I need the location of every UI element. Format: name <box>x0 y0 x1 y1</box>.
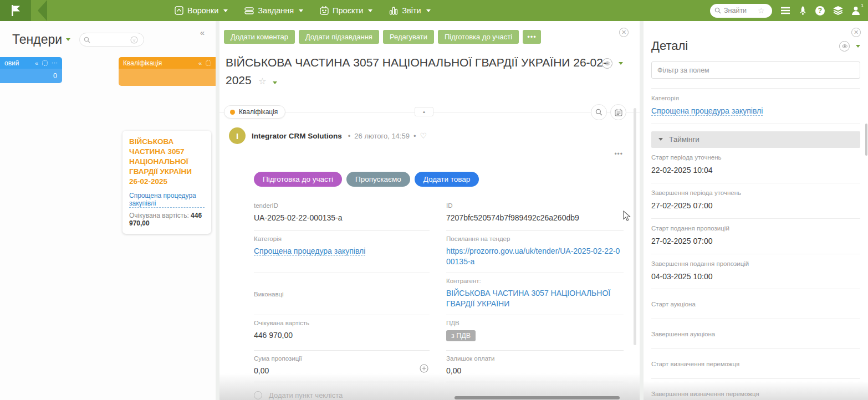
rocket-icon <box>799 6 807 16</box>
field-tenderid: tenderID UA-2025-02-22-000135-a <box>254 198 430 231</box>
top-navigation-bar: Воронки Завдання Проєкти <box>0 0 868 21</box>
close-deal-icon[interactable]: ✕ <box>619 28 629 37</box>
card-category-link[interactable]: Спрощена процедура закупівлі <box>129 192 205 208</box>
field-executors: Виконавці <box>254 273 430 315</box>
filter-icon[interactable] <box>130 36 138 44</box>
chevron-down-icon <box>299 9 303 12</box>
post-meta: • 26 лютого, 14:59 • ♡ <box>348 131 427 140</box>
skip-pill[interactable]: Пропускаємо <box>346 172 410 187</box>
board-header: Тендери <box>0 21 216 47</box>
column-header[interactable]: Кваліфікація « <box>119 57 216 69</box>
meta-separator: • <box>413 132 416 140</box>
field-label: Залишок оплати <box>446 355 624 362</box>
global-search-input[interactable] <box>724 7 754 14</box>
details-field: Завершення подання пропозицій 04-03-2025… <box>651 254 860 290</box>
layers-icon <box>833 6 843 15</box>
nav-label: Воронки <box>187 6 218 15</box>
profile-badge: 1 <box>861 3 864 8</box>
nav-item-reports[interactable]: Звіти <box>389 6 430 15</box>
nav-item-projects[interactable]: Проєкти <box>320 6 372 15</box>
select-cards-icon[interactable] <box>206 60 211 66</box>
favorite-star-icon[interactable]: ☆ <box>258 76 266 86</box>
prepare-participation-pill[interactable]: Підготовка до участі <box>254 172 342 187</box>
search-feed-button[interactable] <box>591 104 607 120</box>
favorites-star-icon[interactable]: ☆ <box>758 6 765 15</box>
profile-button[interactable]: 1 <box>851 6 860 15</box>
search-icon <box>714 7 721 14</box>
select-cards-icon[interactable] <box>42 60 48 66</box>
tender-url-link[interactable]: https://prozorro.gov.ua/uk/tender/UA-202… <box>446 246 624 267</box>
funnels-icon <box>175 6 183 15</box>
watchers-control[interactable] <box>602 58 623 69</box>
add-subtask-button[interactable]: Додати підзавдання <box>299 30 379 44</box>
prepare-participation-button[interactable]: Підготовка до участі <box>438 30 519 44</box>
field-label: Завершення визначення переможця <box>651 391 860 397</box>
deal-title-wrap: ВІЙСЬКОВА ЧАСТИНА 3057 НАЦІОНАЛЬНОЇ ГВАР… <box>226 54 614 89</box>
details-field: Завершення періода уточнень 27-02-2025 0… <box>651 183 860 219</box>
add-value-plus-icon[interactable] <box>420 364 428 375</box>
counterparty-link[interactable]: ВІЙСЬКОВА ЧАСТИНА 3057 НАЦІОНАЛЬНОЇ ГВАР… <box>446 288 624 309</box>
add-product-pill[interactable]: Додати товар <box>415 172 479 187</box>
hamburger-icon <box>780 7 790 14</box>
field-label: Старт аукціона <box>651 301 860 307</box>
column-header[interactable]: овий « ⋯ <box>0 57 62 69</box>
post-timestamp: 26 лютого, 14:59 <box>354 132 410 140</box>
board-title[interactable]: Тендери <box>12 32 62 47</box>
author-name: Integrator CRM Solutions <box>252 132 342 140</box>
menu-button[interactable] <box>780 7 790 14</box>
collapse-column-icon[interactable]: « <box>35 60 38 66</box>
field-label: Сума пропозиції <box>254 355 430 362</box>
post-more-icon[interactable]: ••• <box>614 150 623 158</box>
column-label: овий <box>4 59 19 67</box>
timings-section-header[interactable]: Таймінги <box>651 131 860 148</box>
status-badge[interactable]: Кваліфікація <box>224 105 285 119</box>
nav-item-tasks[interactable]: Завдання <box>244 6 303 15</box>
nav-label: Проєкти <box>333 6 363 15</box>
field-value: 22-02-2025 10:04 <box>651 165 860 176</box>
deal-panel: ✕ Додати коментар Додати підзавдання Ред… <box>219 21 640 400</box>
title-caret-icon[interactable] <box>273 81 277 84</box>
help-button[interactable]: ? <box>815 6 825 16</box>
board-search-input[interactable] <box>93 36 127 44</box>
watchers-eye-icon <box>602 58 612 69</box>
column-more-icon[interactable]: ⋯ <box>52 59 58 66</box>
board-search[interactable] <box>79 33 144 47</box>
search-icon <box>84 37 90 43</box>
calendar-icon <box>615 109 622 116</box>
nav-item-funnels[interactable]: Воронки <box>175 6 228 15</box>
field-filter-input[interactable] <box>651 61 860 79</box>
apps-button[interactable] <box>833 6 843 15</box>
whats-new-button[interactable] <box>799 6 807 16</box>
vertical-scrollbar[interactable] <box>634 108 636 345</box>
collapse-column-icon[interactable]: « <box>198 60 202 66</box>
category-link[interactable]: Спрощена процедура закупівлі <box>651 106 763 116</box>
board-panel: « Тендери овий « <box>0 21 216 400</box>
horizontal-scrollbar[interactable] <box>455 396 620 399</box>
calendar-button[interactable] <box>610 104 626 120</box>
edit-button[interactable]: Редагувати <box>383 30 434 44</box>
tender-card[interactable]: ВІЙСЬКОВА ЧАСТИНА 3057 НАЦІОНАЛЬНОЇ ГВАР… <box>122 131 211 234</box>
collapse-board-icon[interactable]: « <box>200 28 205 37</box>
search-icon <box>595 109 603 116</box>
column-header-icons: « ⋯ <box>35 59 58 66</box>
post-author-row: I Integrator CRM Solutions • 26 лютого, … <box>229 127 640 144</box>
collapse-feed-tab[interactable]: ▲ <box>415 107 433 116</box>
app-logo[interactable] <box>0 0 31 21</box>
chevron-down-icon <box>368 9 372 12</box>
details-field: Завершення аукціона <box>651 319 860 349</box>
details-panel: ✕ Деталі Категорія Спрощена процедура за… <box>644 21 868 400</box>
close-details-icon[interactable]: ✕ <box>851 28 861 37</box>
crm-app: Воронки Завдання Проєкти <box>0 0 868 400</box>
board-title-caret-icon[interactable] <box>66 38 70 41</box>
global-search[interactable]: ☆ <box>710 4 772 18</box>
more-actions-button[interactable]: ••• <box>523 30 541 44</box>
reports-icon <box>389 7 398 15</box>
category-link[interactable]: Спрощена процедура закупівлі <box>254 247 365 256</box>
details-visibility-control[interactable] <box>839 41 860 52</box>
like-heart-icon[interactable]: ♡ <box>420 131 427 140</box>
add-comment-button[interactable]: Додати коментар <box>224 30 295 44</box>
details-scrollbar[interactable] <box>865 124 867 156</box>
field-label: Виконавці <box>254 278 430 298</box>
nav-label: Завдання <box>258 6 294 15</box>
kanban-columns: овий « ⋯ 0 Кваліфікація « <box>0 57 216 367</box>
